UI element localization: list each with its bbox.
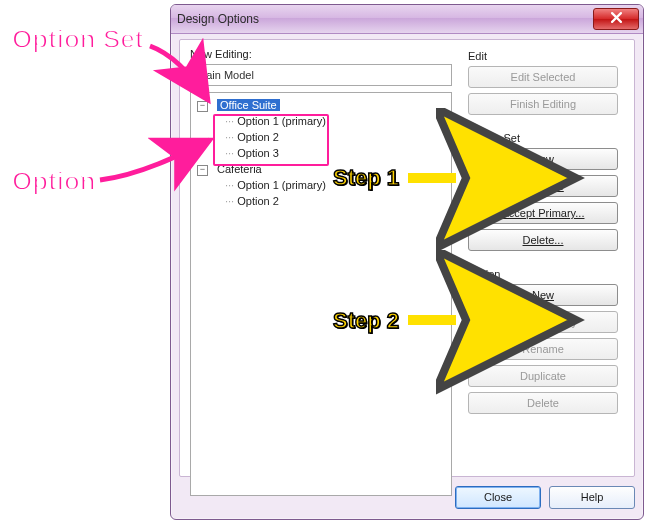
tree-set[interactable]: − Cafeteria: [193, 161, 449, 177]
tree-option[interactable]: ··· Option 1 (primary): [193, 177, 449, 193]
option-rename-button[interactable]: Rename: [468, 338, 618, 360]
option-set-new-button[interactable]: New: [468, 148, 618, 170]
option-set-accept-primary-button[interactable]: Accept Primary...: [468, 202, 618, 224]
annotation-label-option-set: Option Set: [12, 24, 143, 55]
right-column: Edit Edit Selected Finish Editing Option…: [468, 48, 624, 466]
options-tree[interactable]: − Office Suite ··· Option 1 (primary) ··…: [190, 92, 452, 496]
tree-option-label: Option 2: [237, 131, 279, 143]
tree-option-label: Option 1 (primary): [237, 179, 326, 191]
edit-selected-button[interactable]: Edit Selected: [468, 66, 618, 88]
help-button[interactable]: Help: [549, 486, 635, 509]
tree-option-label: Option 3: [237, 147, 279, 159]
tree-option[interactable]: ··· Option 2: [193, 193, 449, 209]
tree-option[interactable]: ··· Option 1 (primary): [193, 113, 449, 129]
collapse-icon[interactable]: −: [197, 165, 208, 176]
now-editing-label: Now Editing:: [190, 48, 452, 60]
option-set-delete-button[interactable]: Delete...: [468, 229, 618, 251]
design-options-dialog: Design Options Now Editing: Main Model −…: [170, 4, 644, 520]
tree-option[interactable]: ··· Option 2: [193, 129, 449, 145]
option-duplicate-button[interactable]: Duplicate: [468, 365, 618, 387]
close-button[interactable]: Close: [455, 486, 541, 509]
tree-set-label: Office Suite: [217, 99, 280, 111]
option-set-rename-button[interactable]: Rename: [468, 175, 618, 197]
annotation-label-option: Option: [12, 166, 96, 197]
tree-set-label: Cafeteria: [217, 163, 262, 175]
dialog-button-bar: Close Help: [179, 483, 635, 511]
window-close-button[interactable]: [593, 8, 639, 30]
window-title: Design Options: [177, 12, 259, 26]
option-delete-button[interactable]: Delete: [468, 392, 618, 414]
finish-editing-button[interactable]: Finish Editing: [468, 93, 618, 115]
tree-set[interactable]: − Office Suite: [193, 97, 449, 113]
now-editing-field[interactable]: Main Model: [190, 64, 452, 86]
tree-option-label: Option 1 (primary): [237, 115, 326, 127]
option-new-button[interactable]: New: [468, 284, 618, 306]
collapse-icon[interactable]: −: [197, 101, 208, 112]
left-column: Now Editing: Main Model − Office Suite ·…: [190, 48, 452, 466]
tree-option-label: Option 2: [237, 195, 279, 207]
dialog-body: Now Editing: Main Model − Office Suite ·…: [179, 39, 635, 477]
option-make-primary-button[interactable]: Make Primary: [468, 311, 618, 333]
option-group-title: Option: [468, 268, 624, 280]
edit-group-title: Edit: [468, 50, 624, 62]
tree-option[interactable]: ··· Option 3: [193, 145, 449, 161]
close-icon: [611, 12, 622, 26]
titlebar[interactable]: Design Options: [171, 5, 643, 34]
option-set-group-title: Option Set: [468, 132, 624, 144]
